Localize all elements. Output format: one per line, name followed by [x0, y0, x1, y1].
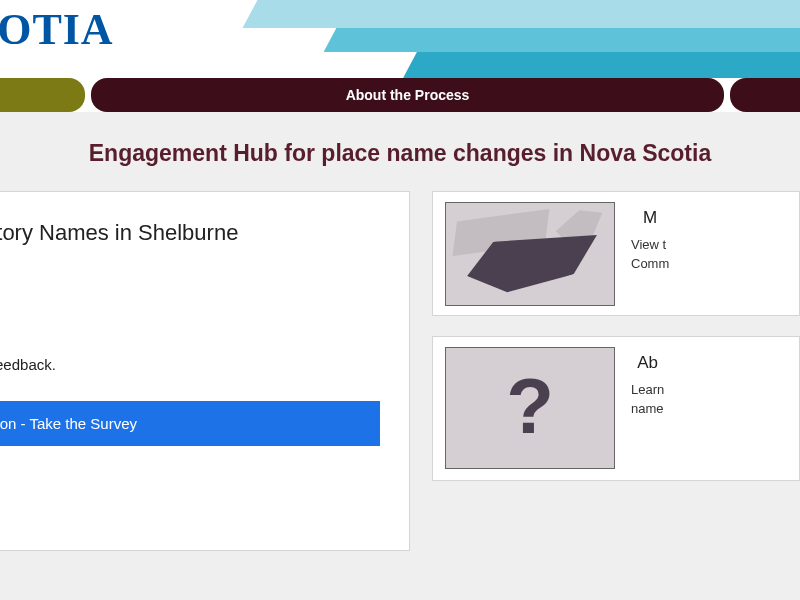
page-title: Engagement Hub for place name changes in… [0, 126, 800, 191]
side-card-map[interactable]: M View t Comm [432, 191, 800, 316]
site-header: SCOTIA [0, 0, 800, 78]
side-card-about[interactable]: ? Ab Learn name [432, 336, 800, 481]
side-card-text: M View t Comm [631, 202, 669, 305]
nav-item-label: About the Process [346, 87, 470, 103]
map-thumbnail [445, 202, 615, 306]
question-thumbnail: ? [445, 347, 615, 469]
nav-item-about-process[interactable]: About the Process [91, 78, 724, 112]
side-card-title: Ab [631, 353, 664, 373]
side-card-desc-line: Learn [631, 381, 664, 400]
content-row: erogatory Names in Shelburne re your fee… [0, 191, 800, 561]
side-card-text: Ab Learn name [631, 347, 664, 470]
nav-item-right[interactable] [730, 78, 800, 112]
take-survey-button[interactable]: ormation - Take the Survey [0, 401, 380, 446]
side-column: M View t Comm ? Ab Learn name [432, 191, 800, 561]
side-card-desc-line: name [631, 400, 664, 419]
side-card-desc-line: View t [631, 236, 669, 255]
question-mark-icon: ? [506, 361, 554, 452]
site-logo[interactable]: SCOTIA [0, 0, 114, 59]
nav-item-left[interactable] [0, 78, 85, 112]
main-card-description: re your feedback. [0, 356, 389, 373]
page-body: Engagement Hub for place name changes in… [0, 112, 800, 600]
main-engagement-card: erogatory Names in Shelburne re your fee… [0, 191, 410, 551]
primary-nav: About the Process [0, 78, 800, 112]
side-card-title: M [631, 208, 669, 228]
header-decoration [190, 0, 800, 78]
side-card-desc-line: Comm [631, 255, 669, 274]
main-card-heading: erogatory Names in Shelburne [0, 220, 389, 246]
